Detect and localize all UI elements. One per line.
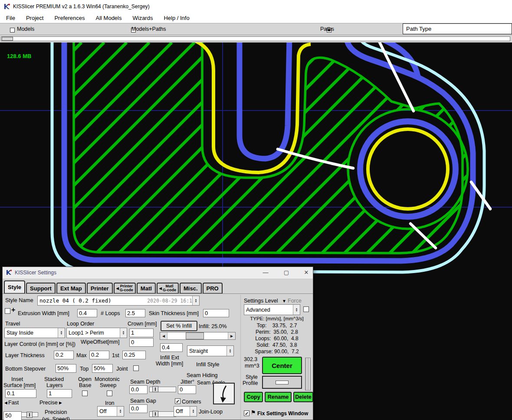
infill-slider-track[interactable] [167, 332, 228, 339]
iron-spinner[interactable]: ▲▼ [117, 407, 124, 416]
crown-input[interactable]: 1 [129, 329, 154, 337]
joint-label: Joint [116, 366, 128, 372]
stacked-label-1: Stacked [44, 376, 64, 382]
seam-depth-slider-thumb[interactable] [152, 386, 158, 392]
tab-matl-gcode[interactable]: ◀ MatlG-code [157, 283, 179, 294]
infill-ext-width-input[interactable]: 0.4 [160, 343, 183, 352]
minimize-icon[interactable]: — [260, 268, 271, 277]
delete-button[interactable]: Delete [293, 392, 313, 402]
settings-titlebar[interactable]: KISSlicer Settings — ▢ ✕ [3, 267, 313, 279]
infill-style-value: Straight [187, 348, 226, 354]
corners-checkbox[interactable]: ✓ [175, 398, 181, 404]
infill-status: Infill: 25.0% [199, 323, 227, 329]
seam-gap-input[interactable]: 0.0 [129, 404, 148, 413]
app-titlebar[interactable]: KISSlicer PREMIUM v2 a 1.6.3 Win64 (Tara… [0, 0, 512, 13]
path-type-label: Path Type [406, 26, 431, 32]
rename-button[interactable]: Rename [265, 392, 292, 402]
copy-button[interactable]: Copy [244, 392, 263, 402]
tab-misc[interactable]: Misc. [180, 283, 202, 294]
open-base-checkbox[interactable] [82, 391, 88, 396]
tab-support[interactable]: Support [26, 283, 56, 294]
skin-thickness-input[interactable]: 0 [203, 309, 229, 317]
tab-ext-map[interactable]: Ext Map [56, 283, 86, 294]
precision-input[interactable]: 50 [3, 411, 22, 420]
add-style-icon[interactable]: + [11, 306, 15, 314]
loop-order-spinner[interactable]: ▲▼ [120, 328, 127, 338]
infill-slider-left-icon[interactable]: ◀ [160, 332, 167, 339]
tab-printer-gcode-line2: G-code [120, 288, 133, 292]
menu-project[interactable]: Project [26, 15, 43, 21]
set-infill-button[interactable]: Set % Infill [161, 321, 197, 331]
join-loop-label: Join-Loop [199, 409, 223, 415]
infill-slider-thumb[interactable] [186, 332, 204, 339]
layer-thickness-input[interactable]: 0.2 [54, 351, 74, 359]
profile-grip[interactable] [305, 358, 311, 391]
style-name-spinner[interactable]: ▲▼ [192, 296, 199, 305]
loop-order-select[interactable]: Loop1 > Perim ▲▼ [66, 328, 127, 338]
precision-slider-thumb[interactable] [26, 412, 33, 418]
menu-help-info[interactable]: Help / Info [164, 15, 189, 21]
profile-position-thumb[interactable] [276, 381, 289, 384]
force-triangle-icon[interactable]: ▼ [282, 299, 286, 303]
layer-slider-thumb[interactable] [2, 37, 13, 41]
center-button[interactable]: Center [262, 357, 302, 374]
infill-style-label: Infill Style [196, 361, 220, 368]
settings-level-checkbox[interactable] [303, 306, 309, 312]
wipe-offset-input[interactable]: 0 [129, 338, 154, 347]
seam-depth-input[interactable]: 0.0 [129, 385, 148, 394]
path-type-dropdown[interactable]: Path Type [403, 23, 512, 34]
style-name-input[interactable]: nozzle 04 ( 0.2 fixed) 2020-08-29 16:1 ▲… [37, 296, 200, 306]
num-loops-input[interactable]: 2.5 [125, 309, 145, 317]
monotonic-sweep-checkbox[interactable] [107, 391, 112, 396]
seam-gap-label: Seam Gap [130, 398, 156, 404]
seam-gap-slider-thumb[interactable] [152, 411, 158, 417]
seam-depth-slider[interactable] [149, 387, 176, 392]
close-icon[interactable]: ✕ [301, 268, 312, 277]
skin-thickness-label: Skin Thickness [mm] [149, 310, 199, 316]
settings-level-spinner[interactable]: ▲▼ [293, 305, 300, 315]
settings-level-select[interactable]: Advanced ▲▼ [244, 304, 300, 315]
inset-surface-input[interactable]: 0.1 [5, 389, 36, 398]
layer-max-input[interactable]: 0.2 [89, 351, 109, 359]
style-checkbox[interactable] [5, 308, 10, 314]
profile-position-widget[interactable] [262, 376, 302, 389]
stacked-layers-input[interactable]: 1 [47, 389, 72, 398]
layer-slider-track[interactable] [1, 36, 510, 41]
menu-file[interactable]: File [6, 15, 15, 21]
infill-slider[interactable]: ◀ ▶ [160, 332, 236, 340]
top-stepover-input[interactable]: 50% [92, 364, 113, 373]
radio-models[interactable] [10, 28, 15, 33]
tab-pro[interactable]: PRO [203, 283, 223, 294]
join-loop-spinner[interactable]: ▲▼ [190, 407, 197, 416]
memory-readout: 128.6 MB [7, 53, 31, 59]
menu-all-models[interactable]: All Models [96, 15, 122, 21]
tab-printer-gcode[interactable]: ◀ PrinterG-code [114, 283, 136, 294]
settings-title: KISSlicer Settings [15, 270, 56, 276]
tab-printer[interactable]: Printer [87, 283, 113, 294]
menu-preferences[interactable]: Preferences [54, 15, 85, 21]
tab-style[interactable]: Style [4, 280, 25, 294]
join-loop-select[interactable]: Off ▲▼ [174, 406, 197, 417]
settings-tabs: Style Support Ext Map Printer ◀ PrinterG… [4, 280, 223, 294]
layer-first-input[interactable]: 0.25 [122, 351, 146, 359]
infill-style-spinner[interactable]: ▲▼ [226, 346, 233, 356]
tab-matl[interactable]: Matl [137, 283, 156, 294]
jitter-input[interactable]: 0 [178, 385, 196, 394]
menu-wizards[interactable]: Wizards [132, 15, 153, 21]
tab-arrow-icon: ◀ [159, 287, 162, 290]
travel-select[interactable]: Stay Inside ▲▼ [4, 328, 65, 338]
precision-slider[interactable] [20, 412, 38, 417]
layer-slider[interactable] [0, 35, 512, 42]
bottom-stepover-input[interactable]: 50% [56, 364, 76, 373]
infill-style-select[interactable]: Straight ▲▼ [187, 345, 234, 356]
seam-angle-dial[interactable] [213, 383, 235, 404]
seam-gap-slider[interactable] [149, 411, 176, 417]
joint-checkbox[interactable] [133, 365, 139, 371]
infill-slider-right-icon[interactable]: ▶ [228, 332, 235, 339]
iron-select[interactable]: Off ▲▼ [97, 406, 124, 417]
fix-settings-checkbox[interactable]: ✓ [244, 410, 249, 416]
travel-spinner[interactable]: ▲▼ [58, 328, 65, 338]
extrusion-width-input[interactable]: 0.4 [77, 309, 97, 317]
travel-value: Stay Inside [5, 330, 58, 336]
maximize-icon[interactable]: ▢ [281, 268, 292, 277]
